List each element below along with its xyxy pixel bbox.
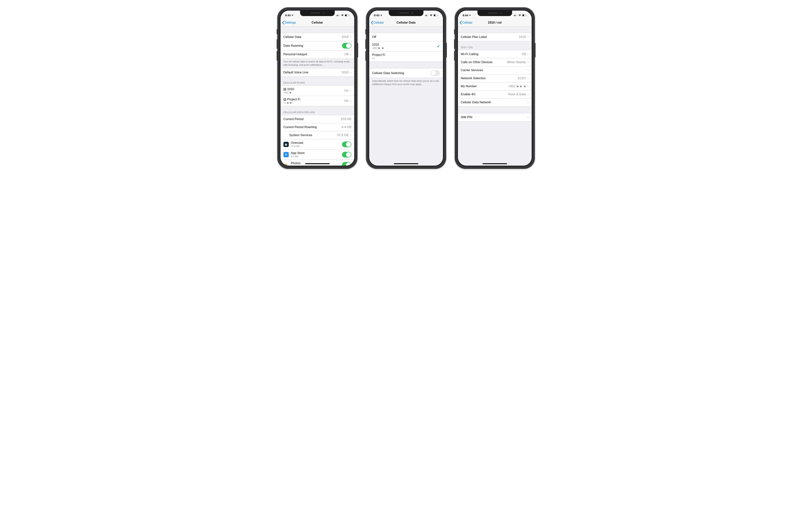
- app-toggle[interactable]: [342, 162, 351, 166]
- redacted: [382, 48, 384, 49]
- plan-status: On: [344, 99, 349, 103]
- chevron-right-icon: ›: [350, 99, 351, 103]
- row-value: Off: [345, 53, 349, 56]
- plan-row-projectfi[interactable]: PProject Fi +1 On ›: [281, 96, 354, 106]
- option-sub: +1: [372, 57, 440, 60]
- app-row-overcast[interactable]: ◉ Overcast27.8 GB: [281, 139, 354, 149]
- wifi-icon: [341, 14, 344, 16]
- status-time: 9:44: [463, 14, 468, 17]
- home-indicator[interactable]: [305, 163, 330, 164]
- back-label: Cellular: [462, 21, 473, 24]
- row-label: Network Selection: [461, 76, 517, 80]
- data-switching-row[interactable]: Cellular Data Switching: [369, 68, 443, 78]
- current-period-row: Current Period 103 GB: [281, 115, 354, 123]
- svg-rect-6: [339, 15, 339, 16]
- redacted: [524, 86, 526, 87]
- row-value: 1O1O: [517, 76, 526, 80]
- row-value: +852 !: [508, 85, 517, 88]
- phone-carrier: 9:44 Cellular 1010 / csl Cellular Plan L…: [455, 7, 535, 169]
- notch: [300, 11, 335, 16]
- home-indicator[interactable]: [482, 163, 507, 164]
- dual-signal-icon: [425, 14, 429, 16]
- notch: [477, 11, 512, 16]
- chevron-right-icon: ›: [527, 84, 529, 88]
- other-devices-row[interactable]: Calls on Other Devices When Nearby ›: [458, 58, 532, 66]
- svg-rect-7: [339, 14, 340, 16]
- footer-text: Turn off cellular data to restrict all d…: [281, 58, 354, 68]
- app-name: Overcast: [291, 141, 342, 145]
- hotspot-row[interactable]: Personal Hotspot Off ›: [281, 50, 354, 58]
- plan-row-1010[interactable]: 11010 +852 On ›: [281, 86, 354, 96]
- notch: [389, 11, 423, 16]
- phone-cellular-data: 9:43 Cellular Cellular Data Off: [366, 7, 446, 169]
- volume-down-button: [277, 51, 278, 60]
- svg-rect-2: [337, 15, 337, 16]
- svg-rect-39: [526, 15, 527, 16]
- svg-rect-25: [428, 14, 428, 16]
- app-size: 27.8 GB: [291, 145, 342, 148]
- data-roaming-row[interactable]: Data Roaming: [281, 41, 354, 50]
- section-header: CELLULAR PLANS: [281, 77, 354, 85]
- row-label: Enable 4G: [461, 92, 508, 96]
- data-switching-toggle[interactable]: [431, 70, 440, 76]
- my-number-row[interactable]: My Number +852 ! ›: [458, 82, 532, 90]
- chevron-right-icon: ›: [527, 76, 529, 80]
- status-time: 9:43: [285, 14, 291, 17]
- volume-up-button: [454, 39, 455, 49]
- silent-switch: [454, 29, 455, 34]
- chevron-right-icon: ›: [527, 92, 529, 96]
- battery-icon: [434, 14, 438, 16]
- row-value: 1010: [519, 35, 526, 39]
- carrier-services-row[interactable]: Carrier Services ›: [458, 66, 532, 74]
- back-button[interactable]: Settings: [282, 21, 296, 25]
- option-off[interactable]: Off: [369, 33, 443, 41]
- svg-rect-5: [339, 15, 339, 16]
- power-button: [535, 43, 535, 57]
- voice-line-row[interactable]: Default Voice Line 1010 ›: [281, 68, 354, 76]
- svg-rect-31: [514, 15, 515, 16]
- back-button[interactable]: Cellular: [371, 21, 384, 25]
- row-value: 1010: [341, 35, 349, 39]
- plan-label-row[interactable]: Cellular Plan Label 1010 ›: [458, 33, 532, 41]
- svg-rect-27: [434, 14, 435, 16]
- row-label: Personal Hotspot: [283, 53, 345, 56]
- back-button[interactable]: Cellular: [459, 21, 473, 25]
- chevron-right-icon: ›: [350, 52, 351, 56]
- svg-rect-38: [522, 14, 524, 16]
- cellular-data-row[interactable]: Cellular Data 1010 ›: [281, 33, 354, 41]
- row-value: Voice & Data: [508, 92, 526, 96]
- row-value: 37.9 GB: [337, 133, 349, 137]
- svg-point-17: [285, 164, 286, 165]
- home-indicator[interactable]: [394, 163, 418, 164]
- system-services-row[interactable]: System Services 37.9 GB ›: [281, 131, 354, 139]
- wifi-calling-row[interactable]: Wi-Fi Calling Off ›: [458, 50, 532, 58]
- overcast-app-icon: ◉: [283, 142, 289, 147]
- app-toggle[interactable]: [342, 142, 351, 147]
- row-label: Carrier Services: [461, 68, 528, 72]
- app-row-photos[interactable]: Photos3.3 GB: [281, 160, 354, 166]
- row-label: Current Period: [283, 117, 341, 121]
- svg-rect-24: [428, 15, 428, 16]
- app-size: 3.3 GB: [291, 165, 342, 166]
- battery-icon: [522, 14, 527, 16]
- svg-rect-10: [349, 15, 349, 16]
- app-toggle[interactable]: [342, 152, 351, 158]
- svg-rect-36: [517, 14, 517, 16]
- data-roaming-toggle[interactable]: [342, 43, 351, 49]
- sim-pin-row[interactable]: SIM PIN ›: [458, 113, 532, 121]
- row-label: Off: [372, 35, 440, 39]
- app-row-appstore[interactable]: App Store4.1 GB: [281, 149, 354, 160]
- enable-4g-row[interactable]: Enable 4G Voice & Data ›: [458, 90, 532, 98]
- option-1010[interactable]: 1010 +852 ✓: [369, 41, 443, 51]
- svg-rect-20: [426, 15, 426, 16]
- option-projectfi[interactable]: Project Fi +1: [369, 51, 443, 61]
- chevron-right-icon: ›: [527, 100, 529, 104]
- plan-name: 1010: [287, 87, 294, 91]
- network-selection-row[interactable]: Network Selection 1O1O ›: [458, 74, 532, 82]
- svg-rect-35: [516, 15, 517, 16]
- data-network-row[interactable]: Cellular Data Network ›: [458, 98, 532, 106]
- footer-text: Automatically switch lines for cellular …: [369, 78, 443, 88]
- dual-signal-icon: [336, 14, 340, 16]
- plan-name: Project Fi: [287, 97, 300, 101]
- power-button: [357, 43, 358, 57]
